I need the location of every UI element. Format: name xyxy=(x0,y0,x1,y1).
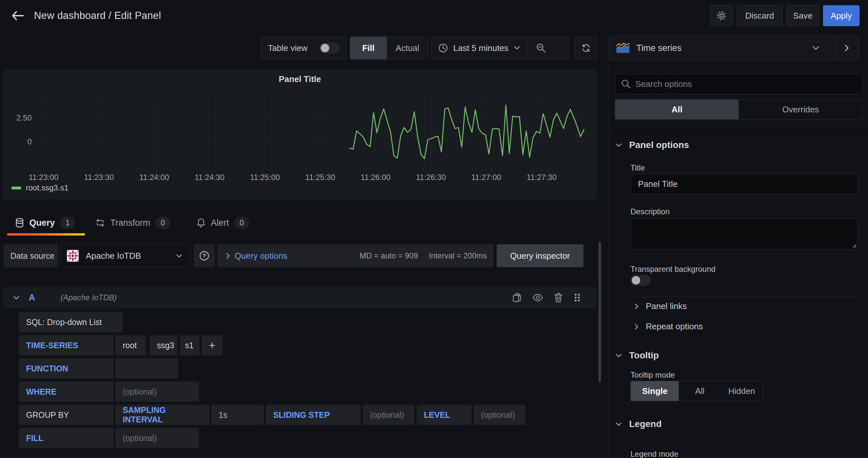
tab-query-count: 1 xyxy=(60,217,75,229)
add-time-series-button[interactable]: + xyxy=(202,335,222,355)
tooltip-mode-all[interactable]: All xyxy=(679,381,720,401)
where-label[interactable]: WHERE xyxy=(19,381,114,402)
panel-chart: 2.50011:23:0011:23:3011:24:0011:24:3011:… xyxy=(4,69,596,199)
query-scrollbar[interactable] xyxy=(598,242,601,382)
level-label[interactable]: LEVEL xyxy=(417,405,471,425)
function-input[interactable] xyxy=(116,359,178,379)
table-view-label: Table view xyxy=(268,43,307,53)
group-by-label: GROUP BY xyxy=(19,405,114,425)
tooltip-mode-label: Tooltip mode xyxy=(630,370,675,380)
query-options-bar: Query options MD = auto = 909 Interval =… xyxy=(217,245,493,267)
divider xyxy=(609,410,868,411)
svg-text:11:25:00: 11:25:00 xyxy=(250,173,280,182)
sql-mode-dropdown[interactable]: SQL: Drop-down List xyxy=(19,312,123,332)
divider xyxy=(609,342,868,342)
actual-option[interactable]: Actual xyxy=(387,37,428,59)
collapse-options-pane-button[interactable] xyxy=(835,36,859,60)
sampling-interval-input[interactable]: 1s xyxy=(212,405,264,425)
refresh-icon xyxy=(581,43,591,53)
query-row-header[interactable]: A (Apache IoTDB) xyxy=(3,287,596,308)
description-field-textarea[interactable] xyxy=(630,218,858,250)
tab-transform[interactable]: Transform 0 xyxy=(95,212,170,234)
sliding-step-input[interactable]: (optional) xyxy=(363,405,414,425)
time-range-label: Last 5 minutes xyxy=(453,43,508,53)
tab-all[interactable]: All xyxy=(615,99,739,119)
where-input[interactable]: (optional) xyxy=(116,381,199,402)
sampling-interval-label[interactable]: SAMPLING INTERVAL xyxy=(116,405,210,425)
bell-icon xyxy=(196,218,206,228)
resize-handle-icon[interactable] xyxy=(851,243,857,248)
iotdb-logo-icon xyxy=(67,250,79,262)
fill-option[interactable]: Fill xyxy=(350,37,387,59)
tab-query[interactable]: Query 1 xyxy=(15,212,75,234)
tab-overrides[interactable]: Overrides xyxy=(739,99,863,119)
save-button[interactable]: Save xyxy=(786,5,819,26)
sliding-step-label[interactable]: SLIDING STEP xyxy=(266,405,361,425)
time-series-label[interactable]: TIME-SERIES xyxy=(19,335,114,355)
chevron-down-icon xyxy=(615,353,622,358)
legend-item[interactable]: root.ssg3.s1 xyxy=(11,183,68,193)
panel-links-section-header[interactable]: Panel links xyxy=(634,301,687,311)
time-range-button[interactable]: Last 5 minutes xyxy=(432,37,527,59)
transparent-background-toggle[interactable] xyxy=(630,275,651,286)
timeseries-viz-icon xyxy=(615,42,630,54)
duplicate-query-button[interactable] xyxy=(512,293,522,303)
toggle-knob xyxy=(632,276,640,285)
svg-text:0: 0 xyxy=(27,137,32,146)
tab-alert-label: Alert xyxy=(211,218,229,228)
table-view-toggle[interactable] xyxy=(319,43,340,53)
svg-text:?: ? xyxy=(203,253,206,259)
arrow-left-icon xyxy=(11,10,24,21)
time-series-value-s1[interactable]: s1 xyxy=(180,335,199,355)
svg-text:11:23:30: 11:23:30 xyxy=(84,173,114,182)
repeat-options-section-header[interactable]: Repeat options xyxy=(634,321,703,332)
zoom-out-button[interactable] xyxy=(527,37,555,59)
tab-transform-label: Transform xyxy=(110,218,150,228)
query-inspector-button[interactable]: Query inspector xyxy=(497,245,584,267)
tooltip-section-header[interactable]: Tooltip xyxy=(615,350,659,361)
query-options-toggle[interactable]: Query options xyxy=(235,251,287,261)
datasource-label: Data source xyxy=(3,245,58,267)
chevron-down-icon xyxy=(615,143,622,147)
hide-query-button[interactable] xyxy=(532,294,543,302)
table-view-control: Table view xyxy=(261,36,346,59)
chevron-right-icon xyxy=(634,323,639,330)
svg-text:11:24:30: 11:24:30 xyxy=(194,173,224,182)
tooltip-mode-single[interactable]: Single xyxy=(631,381,679,401)
delete-query-button[interactable] xyxy=(554,293,563,303)
time-series-value-ssg3[interactable]: ssg3 xyxy=(150,335,178,355)
eye-icon xyxy=(532,294,543,302)
back-button[interactable] xyxy=(8,8,27,24)
datasource-select[interactable]: Apache IoTDB xyxy=(61,245,191,267)
legend-section-header[interactable]: Legend xyxy=(615,419,662,429)
fill-label[interactable]: FILL xyxy=(19,428,114,448)
tooltip-mode-hidden[interactable]: Hidden xyxy=(721,381,763,401)
time-series-value-root[interactable]: root xyxy=(116,335,146,355)
apply-button[interactable]: Apply xyxy=(823,5,860,26)
magnifier-minus-icon xyxy=(536,43,546,53)
function-label[interactable]: FUNCTION xyxy=(19,359,114,379)
legend-series-name: root.ssg3.s1 xyxy=(26,183,68,193)
copy-icon xyxy=(512,293,522,303)
svg-text:11:26:00: 11:26:00 xyxy=(361,173,391,182)
datasource-value: Apache IoTDB xyxy=(86,251,141,261)
panel-options-section-header[interactable]: Panel options xyxy=(615,140,689,150)
panel-settings-button[interactable] xyxy=(710,5,733,26)
search-options-input[interactable]: Search options xyxy=(615,74,863,94)
description-field-label: Description xyxy=(630,207,670,216)
datasource-help-button[interactable]: ? xyxy=(194,245,215,267)
transform-icon xyxy=(95,218,105,228)
title-field-input[interactable]: Panel Title xyxy=(630,174,858,194)
discard-button[interactable]: Discard xyxy=(737,5,782,26)
fill-input[interactable]: (optional) xyxy=(116,428,199,448)
drag-handle[interactable] xyxy=(574,293,581,303)
interval-stat: Interval = 200ms xyxy=(429,251,487,260)
panel-preview: Panel Title 2.50011:23:0011:23:3011:24:0… xyxy=(3,69,596,199)
level-input[interactable]: (optional) xyxy=(474,405,525,425)
query-datasource-hint: (Apache IoTDB) xyxy=(61,293,117,302)
legend-color-swatch xyxy=(11,187,21,190)
visualization-picker[interactable]: Time series xyxy=(609,36,859,60)
refresh-button[interactable] xyxy=(575,36,597,59)
tab-alert[interactable]: Alert 0 xyxy=(196,212,249,234)
divider xyxy=(630,317,858,317)
